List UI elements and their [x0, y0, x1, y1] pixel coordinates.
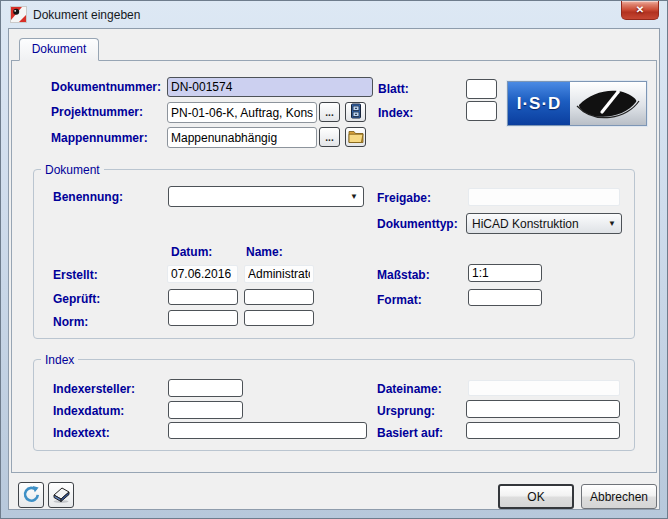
mappennummer-browse-button[interactable]: ... [319, 127, 340, 147]
norm-datum-input[interactable] [168, 310, 238, 326]
indextext-label: Indextext: [53, 426, 110, 440]
title-bar: Dokument eingeben ✕ [1, 1, 667, 28]
name-column-label: Name: [246, 245, 283, 259]
isd-logo-text: I·S·D [508, 82, 570, 125]
cabinet-icon [349, 103, 363, 121]
isd-logo-eye-icon [570, 82, 646, 125]
cancel-button[interactable]: Abbrechen [581, 484, 657, 509]
benennung-combobox[interactable]: ▼ [168, 186, 364, 207]
erase-button[interactable] [48, 482, 74, 508]
freigabe-field [468, 188, 620, 206]
projektnummer-input[interactable] [167, 102, 317, 123]
erstellt-datum-field [167, 265, 238, 283]
erstellt-name-field [244, 265, 314, 283]
format-input[interactable] [468, 289, 542, 306]
dialog-window: Dokument eingeben ✕ Dokument Dokumentnum… [0, 0, 668, 519]
basiert-auf-label: Basiert auf: [377, 426, 443, 440]
window-title: Dokument eingeben [33, 8, 140, 22]
folder-icon [348, 129, 364, 145]
index-group-title: Index [41, 353, 78, 367]
dokumenttyp-label: Dokumenttyp: [377, 217, 458, 231]
index-label: Index: [378, 106, 413, 120]
refresh-icon [22, 485, 40, 506]
dokumentnummer-label: Dokumentnummer: [51, 80, 161, 94]
isd-logo: I·S·D [507, 81, 647, 126]
norm-label: Norm: [53, 315, 88, 329]
geprueft-name-input[interactable] [244, 289, 314, 305]
ok-button[interactable]: OK [498, 484, 574, 509]
chevron-down-icon: ▼ [350, 193, 358, 201]
helios-app-icon [10, 6, 27, 23]
indexdatum-label: Indexdatum: [53, 404, 124, 418]
eraser-icon [51, 484, 71, 507]
projektnummer-label: Projektnummer: [51, 105, 143, 119]
index-input[interactable] [466, 101, 497, 121]
dokumenttyp-dropdown[interactable]: HiCAD Konstruktion ▼ [466, 213, 622, 234]
project-cabinet-button[interactable] [345, 102, 366, 122]
refresh-button[interactable] [18, 482, 44, 508]
geprueft-label: Geprüft: [53, 292, 100, 306]
norm-name-input[interactable] [244, 310, 314, 326]
dokumentnummer-input[interactable] [167, 77, 373, 97]
format-label: Format: [377, 293, 422, 307]
dateiname-field [468, 380, 620, 396]
blatt-label: Blatt: [378, 82, 409, 96]
ursprung-label: Ursprung: [377, 404, 435, 418]
massstab-input[interactable] [468, 264, 542, 282]
ursprung-input[interactable] [466, 400, 620, 418]
benennung-label: Benennung: [53, 190, 123, 204]
datum-column-label: Datum: [171, 245, 212, 259]
dokument-group-title: Dokument [41, 163, 104, 177]
indexersteller-input[interactable] [168, 379, 243, 397]
close-button[interactable]: ✕ [621, 1, 659, 20]
indexdatum-input[interactable] [168, 401, 243, 419]
chevron-down-icon: ▼ [608, 220, 616, 228]
tab-dokument[interactable]: Dokument [19, 38, 99, 61]
erstellt-label: Erstellt: [53, 268, 98, 282]
dateiname-label: Dateiname: [377, 382, 442, 396]
blatt-input[interactable] [466, 79, 497, 99]
mappennummer-label: Mappennummer: [51, 131, 148, 145]
freigabe-label: Freigabe: [377, 191, 431, 205]
mappennummer-input[interactable] [167, 127, 317, 148]
indexersteller-label: Indexersteller: [53, 382, 135, 396]
dokumenttyp-value: HiCAD Konstruktion [472, 217, 579, 231]
indextext-input[interactable] [168, 422, 367, 439]
geprueft-datum-input[interactable] [168, 289, 238, 305]
basiert-auf-input[interactable] [466, 422, 620, 439]
projektnummer-browse-button[interactable]: ... [319, 102, 340, 122]
massstab-label: Maßstab: [377, 268, 430, 282]
folder-button[interactable] [345, 127, 366, 147]
